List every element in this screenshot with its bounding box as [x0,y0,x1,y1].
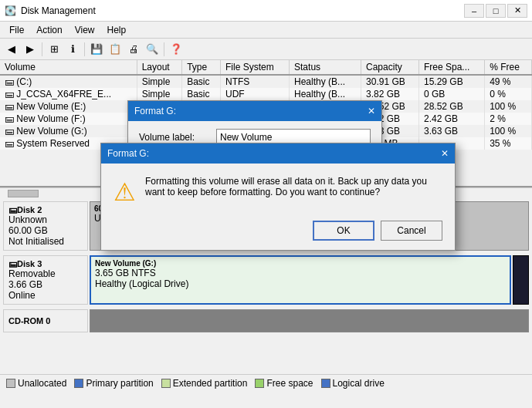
cancel-button[interactable]: Cancel [381,221,442,241]
volume-label-text: Volume label: [139,132,216,143]
format-dialog-bg-close[interactable]: ✕ [368,106,375,116]
format-dialog-bg-titlebar: Format G: ✕ [128,101,381,121]
warn-title: Format G: [107,148,149,159]
warn-buttons: OK Cancel [101,216,455,250]
dialog-overlay: Format G: ✕ Volume label: Format G: ✕ ⚠ … [0,0,532,408]
warn-body: ⚠ Formatting this volume will erase all … [101,164,455,216]
format-dialog-bg-title: Format G: [134,106,176,116]
ok-button[interactable]: OK [313,221,374,241]
warn-titlebar: Format G: ✕ [101,143,455,164]
warn-close-button[interactable]: ✕ [441,148,449,159]
warn-message: Formatting this volume will erase all da… [145,176,442,197]
warn-dialog: Format G: ✕ ⚠ Formatting this volume wil… [100,143,456,251]
warn-icon: ⚠ [114,177,136,207]
